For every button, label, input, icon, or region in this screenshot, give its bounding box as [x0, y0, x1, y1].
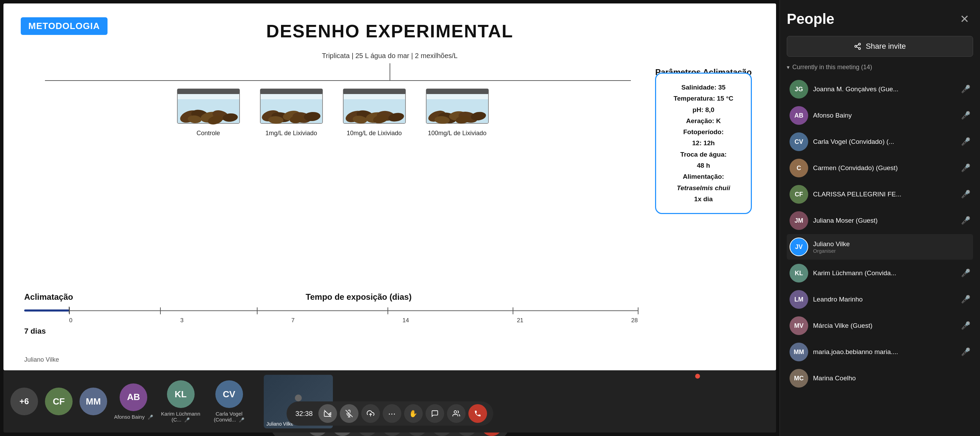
participant-info: Leandro Marinho [813, 296, 956, 303]
tick-0: 0 [69, 317, 72, 324]
avatar: JV [789, 237, 808, 256]
tank-item: 10mg/L de Lixiviado [342, 82, 407, 137]
list-item[interactable]: CF CLARISSA PELLEGRINI FE... 🎤 [787, 181, 973, 207]
participant-thumb-ab: AB Afonso Bainy 🎤 [114, 383, 153, 420]
share-invite-label: Share invite [865, 42, 906, 51]
avatar: MM [789, 343, 808, 361]
avatar: LM [789, 290, 808, 309]
participant-info: maria.joao.bebianno maria.... [813, 348, 956, 356]
tick-3: 3 [180, 317, 183, 324]
svg-point-51 [855, 45, 857, 48]
avatar: C [789, 159, 808, 177]
avatar: CV [789, 132, 808, 151]
participant-thumb-cf: CF [45, 388, 73, 415]
list-item[interactable]: CV Carla Vogel (Convidado) (... 🎤 [787, 129, 973, 154]
list-item[interactable]: JV Juliano Vilke Organiser [787, 234, 973, 260]
meeting-count-label: Currently in this meeting (14) [792, 64, 872, 71]
tick-28: 28 [631, 317, 638, 324]
list-item[interactable]: KL Karim Lüchmann (Convida... 🎤 [787, 260, 973, 286]
mic-muted-icon-cv: 🎤 [239, 417, 244, 423]
tank-label-2: 1mg/L de Lixiviado [266, 130, 317, 137]
participant-name: Marina Coelho [813, 374, 970, 382]
params-box: Salinidade: 35 Temperatura: 15 °C pH: 8,… [655, 73, 752, 214]
avatar: JM [789, 211, 808, 230]
end-call-btn[interactable] [468, 404, 487, 423]
tank-item: 1mg/L de Lixiviado [259, 82, 324, 137]
mic-icon: 🎤 [961, 295, 970, 304]
presentation-area: METODOLOGIA DESENHO EXPERIMENTAL Triplic… [0, 0, 780, 436]
list-item[interactable]: MC Marina Coelho [787, 366, 973, 391]
participant-role: Organiser [813, 248, 970, 254]
list-item[interactable]: C Carmen (Convidado) (Guest) 🎤 [787, 155, 973, 181]
participant-info: CLARISSA PELLEGRINI FE... [813, 191, 956, 198]
list-item[interactable]: JG Joanna M. Gonçalves (Gue... 🎤 [787, 76, 973, 102]
svg-point-45 [295, 395, 302, 401]
people-panel: People ✕ Share invite ▾ Currently in thi… [780, 0, 980, 436]
tank-visual [425, 82, 490, 127]
acl-label: Aclimatação [24, 292, 80, 302]
recording-indicator [695, 374, 700, 379]
list-item[interactable]: MM maria.joao.bebianno maria.... 🎤 [787, 339, 973, 365]
participant-info: Afonso Bainy [813, 112, 956, 119]
svg-line-46 [324, 410, 331, 417]
participant-info: Márcia Vilke (Guest) [813, 322, 956, 329]
participants-bar: +6 CF MM AB Afonso Bainy 🎤 KL Karim Lüch… [3, 370, 776, 433]
mic-icon: 🎤 [961, 216, 970, 225]
meeting-count: ▾ Currently in this meeting (14) [787, 64, 973, 71]
avatar: AB [789, 106, 808, 125]
participant-info: Carmen (Convidado) (Guest) [813, 164, 956, 172]
avatar: MC [789, 369, 808, 388]
avatar: CF [789, 185, 808, 204]
list-item[interactable]: MV Márcia Vilke (Guest) 🎤 [787, 313, 973, 339]
svg-line-53 [857, 47, 859, 48]
tanks-row: Controle [24, 82, 641, 137]
participant-name: Carla Vogel (Convidado) (... [813, 138, 956, 146]
mic-icon: 🎤 [961, 111, 970, 120]
mic-muted-icon: 🎤 [148, 415, 153, 420]
people-btn[interactable] [447, 404, 466, 423]
list-item[interactable]: JM Juliana Moser (Guest) 🎤 [787, 208, 973, 233]
hand-btn[interactable]: ✋ [404, 404, 423, 423]
participant-info: Marina Coelho [813, 374, 970, 382]
controls-overlay: 32:38 [286, 401, 493, 426]
participant-name: Juliana Moser (Guest) [813, 217, 956, 224]
mic-icon: 🎤 [961, 190, 970, 199]
tank-visual [259, 82, 324, 127]
avatar-ab: AB [119, 383, 147, 411]
participant-thumb-kl: KL Karim Lüchmann (C... 🎤 [160, 380, 202, 423]
exp-label: Tempo de exposição (dias) [80, 292, 638, 302]
mic-icon: 🎤 [961, 269, 970, 278]
tick-21: 21 [517, 317, 523, 324]
chat-btn[interactable] [426, 404, 444, 423]
avatar: MV [789, 317, 808, 335]
mic-btn[interactable] [340, 404, 358, 423]
svg-rect-32 [426, 89, 488, 94]
slide-title: DESENHO EXPERIMENTAL [24, 17, 755, 41]
share-invite-button[interactable]: Share invite [787, 36, 973, 57]
svg-point-49 [454, 411, 456, 413]
cam-btn[interactable] [318, 404, 337, 423]
participant-info: Juliana Moser (Guest) [813, 217, 956, 224]
participant-name: Leandro Marinho [813, 296, 956, 303]
participant-name: Afonso Bainy [813, 112, 956, 119]
avatar-cv: CV [215, 380, 243, 408]
main-layout: METODOLOGIA DESENHO EXPERIMENTAL Triplic… [0, 0, 980, 436]
participant-name: maria.joao.bebianno maria.... [813, 348, 956, 356]
share-icon [854, 43, 861, 50]
close-panel-button[interactable]: ✕ [956, 10, 973, 28]
more-btn[interactable]: ··· [383, 404, 401, 423]
tick-14: 14 [402, 317, 409, 324]
metodologia-badge[interactable]: METODOLOGIA [21, 17, 108, 35]
participant-thumb-cv: CV Carla Vogel (Convid... 🎤 [208, 380, 250, 423]
participant-thumb-plus: +6 [10, 388, 38, 415]
share-btn[interactable] [361, 404, 380, 423]
participant-name: Márcia Vilke (Guest) [813, 322, 956, 329]
participant-info: Juliano Vilke Organiser [813, 240, 970, 254]
params-text: Salinidade: 35 Temperatura: 15 °C pH: 8,… [666, 82, 741, 205]
list-item[interactable]: LM Leandro Marinho 🎤 [787, 286, 973, 312]
participant-list: JG Joanna M. Gonçalves (Gue... 🎤 AB Afon… [787, 76, 973, 426]
participant-info: Joanna M. Gonçalves (Gue... [813, 85, 956, 93]
avatar-kl: KL [167, 380, 195, 408]
tank-label-4: 100mg/L de Lixiviado [428, 130, 486, 137]
list-item[interactable]: AB Afonso Bainy 🎤 [787, 103, 973, 128]
